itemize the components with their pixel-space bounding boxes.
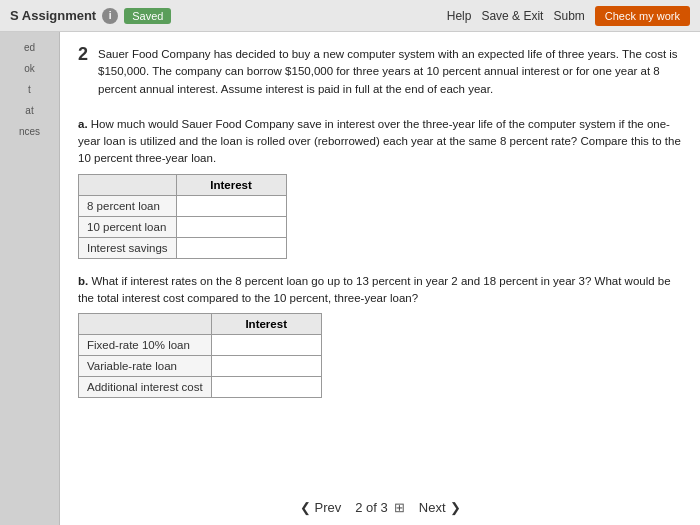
next-button[interactable]: Next ❯ xyxy=(419,500,461,515)
problem-intro: Sauer Food Company has decided to buy a … xyxy=(98,46,682,98)
page-info-text: 2 of 3 xyxy=(355,500,388,515)
help-link[interactable]: Help xyxy=(447,9,472,23)
input-8pct-loan[interactable] xyxy=(176,195,286,216)
next-arrow-icon: ❯ xyxy=(450,500,461,515)
input-fixed-loan[interactable] xyxy=(211,335,321,356)
row-label-8pct: 8 percent loan xyxy=(79,195,177,216)
check-my-work-button[interactable]: Check my work xyxy=(595,6,690,26)
part-a-col-label xyxy=(79,174,177,195)
row-label-savings: Interest savings xyxy=(79,237,177,258)
row-label-additional: Additional interest cost xyxy=(79,377,212,398)
part-b-table: Interest Fixed-rate 10% loan Variable-ra… xyxy=(78,313,322,398)
assignment-title: S Assignment xyxy=(10,8,96,23)
table-row: Fixed-rate 10% loan xyxy=(79,335,322,356)
input-additional-cost-field[interactable] xyxy=(220,381,313,393)
table-row: 10 percent loan xyxy=(79,216,287,237)
input-additional-cost[interactable] xyxy=(211,377,321,398)
input-10pct-loan-field[interactable] xyxy=(185,221,278,233)
table-row: Variable-rate loan xyxy=(79,356,322,377)
input-8pct-loan-field[interactable] xyxy=(185,200,278,212)
content-area: 2 Sauer Food Company has decided to buy … xyxy=(60,32,700,525)
row-label-fixed: Fixed-rate 10% loan xyxy=(79,335,212,356)
grid-icon[interactable]: ⊞ xyxy=(394,500,405,515)
save-exit-link[interactable]: Save & Exit xyxy=(481,9,543,23)
main-layout: ed ok t at nces 2 Sauer Food Company has… xyxy=(0,32,700,525)
part-b-col-label xyxy=(79,314,212,335)
input-savings[interactable] xyxy=(176,237,286,258)
input-savings-field[interactable] xyxy=(185,242,278,254)
sidebar-item-ed[interactable]: ed xyxy=(4,40,55,55)
sidebar-item-ok[interactable]: ok xyxy=(4,61,55,76)
part-b-col-interest: Interest xyxy=(211,314,321,335)
table-row: 8 percent loan xyxy=(79,195,287,216)
problem-header: 2 Sauer Food Company has decided to buy … xyxy=(78,46,682,108)
table-row: Additional interest cost xyxy=(79,377,322,398)
input-fixed-loan-field[interactable] xyxy=(220,339,313,351)
saved-badge: Saved xyxy=(124,8,171,24)
top-bar: S Assignment i Saved Help Save & Exit Su… xyxy=(0,0,700,32)
input-variable-loan[interactable] xyxy=(211,356,321,377)
part-a-col-interest: Interest xyxy=(176,174,286,195)
prev-label: Prev xyxy=(315,500,342,515)
sidebar-item-nces[interactable]: nces xyxy=(4,124,55,139)
problem-number: 2 xyxy=(78,44,88,108)
table-row: Interest savings xyxy=(79,237,287,258)
input-10pct-loan[interactable] xyxy=(176,216,286,237)
prev-button[interactable]: ❮ Prev xyxy=(300,500,342,515)
next-label: Next xyxy=(419,500,446,515)
sidebar-item-t[interactable]: t xyxy=(4,82,55,97)
part-a-question: a. How much would Sauer Food Company sav… xyxy=(78,116,682,168)
prev-arrow-icon: ❮ xyxy=(300,500,311,515)
part-a-table: Interest 8 percent loan 10 percent loan … xyxy=(78,174,287,259)
input-variable-loan-field[interactable] xyxy=(220,360,313,372)
navigation-bar: ❮ Prev 2 of 3 ⊞ Next ❯ xyxy=(60,500,700,515)
sidebar-item-at[interactable]: at xyxy=(4,103,55,118)
submit-link[interactable]: Subm xyxy=(553,9,584,23)
info-icon[interactable]: i xyxy=(102,8,118,24)
page-info: 2 of 3 ⊞ xyxy=(355,500,405,515)
row-label-variable: Variable-rate loan xyxy=(79,356,212,377)
row-label-10pct: 10 percent loan xyxy=(79,216,177,237)
part-b-question: b. What if interest rates on the 8 perce… xyxy=(78,273,682,308)
sidebar: ed ok t at nces xyxy=(0,32,60,525)
top-bar-right: Help Save & Exit Subm Check my work xyxy=(447,6,690,26)
top-bar-left: S Assignment i Saved xyxy=(10,8,171,24)
